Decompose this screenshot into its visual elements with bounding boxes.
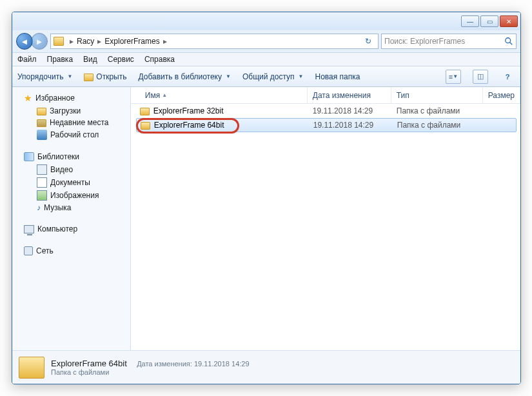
sidebar-item-documents[interactable]: Документы — [12, 176, 130, 189]
recent-icon — [37, 119, 46, 127]
add-to-library-button[interactable]: Добавить в библиотеку▼ — [138, 72, 230, 81]
breadcrumb-segment[interactable]: Racy — [77, 37, 94, 46]
menu-file[interactable]: Файл — [17, 55, 37, 64]
document-icon — [37, 177, 47, 188]
chevron-down-icon: ▼ — [299, 74, 304, 79]
view-options-button[interactable]: ≡ ▼ — [446, 70, 461, 84]
file-row[interactable]: ExplorerFrame 32bit19.11.2018 14:29Папка… — [131, 104, 520, 118]
new-folder-button[interactable]: Новая папка — [315, 72, 360, 81]
chevron-right-icon: ▸ — [68, 37, 75, 46]
favorites-header[interactable]: ★Избранное — [12, 91, 130, 105]
libraries-header[interactable]: Библиотеки — [12, 150, 130, 163]
file-list-pane: Имя ▲ Дата изменения Тип Размер Explorer… — [131, 87, 520, 350]
share-button[interactable]: Общий доступ▼ — [242, 72, 304, 81]
details-type: Папка с файлами — [51, 368, 250, 376]
minimize-button[interactable]: ― — [461, 15, 479, 27]
search-placeholder: Поиск: ExplorerFrames — [384, 37, 502, 46]
file-name: ExplorerFrame 32bit — [153, 106, 224, 115]
computer-icon — [24, 225, 34, 233]
sidebar-item-desktop[interactable]: Рабочий стол — [12, 128, 130, 141]
open-button[interactable]: Открыть — [84, 72, 126, 81]
chevron-down-icon: ▼ — [226, 74, 231, 79]
music-icon: ♪ — [37, 203, 41, 212]
folder-icon — [140, 108, 150, 115]
details-name: ExplorerFrame 64bit — [51, 359, 127, 368]
search-icon — [504, 37, 513, 46]
sort-asc-icon: ▲ — [162, 92, 167, 98]
preview-pane-button[interactable]: ◫ — [473, 70, 488, 84]
folder-icon — [54, 37, 64, 46]
menu-view[interactable]: Вид — [83, 55, 97, 64]
file-name: ExplorerFrame 64bit — [154, 121, 224, 130]
svg-point-0 — [506, 38, 511, 43]
refresh-button[interactable]: ↻ — [361, 37, 375, 46]
file-date: 19.11.2018 14:29 — [308, 121, 392, 130]
breadcrumb-segment[interactable]: ExplorerFrames — [104, 37, 159, 46]
sidebar-item-video[interactable]: Видео — [12, 163, 130, 176]
title-bar[interactable]: ― ▭ ✕ — [12, 12, 520, 30]
menu-edit[interactable]: Правка — [47, 55, 74, 64]
col-date[interactable]: Дата изменения — [308, 87, 391, 103]
network-header[interactable]: Сеть — [12, 244, 130, 257]
menu-bar: Файл Правка Вид Сервис Справка — [12, 52, 520, 66]
sidebar: ★Избранное Загрузки Недавние места Рабоч… — [12, 87, 131, 350]
nav-row: ◄ ► ▸ Racy ▸ ExplorerFrames ▸ ↻ Поиск: E… — [12, 30, 520, 52]
sidebar-item-music[interactable]: ♪Музыка — [12, 202, 130, 213]
menu-tools[interactable]: Сервис — [108, 55, 134, 64]
svg-line-1 — [510, 43, 513, 45]
chevron-down-icon: ▼ — [67, 74, 72, 79]
details-date: 19.11.2018 14:29 — [194, 360, 250, 368]
search-box[interactable]: Поиск: ExplorerFrames — [381, 34, 517, 49]
file-date: 19.11.2018 14:29 — [308, 106, 391, 115]
column-headers: Имя ▲ Дата изменения Тип Размер — [131, 87, 520, 104]
maximize-button[interactable]: ▭ — [480, 15, 498, 27]
chevron-right-icon: ▸ — [161, 37, 169, 46]
col-type[interactable]: Тип — [391, 87, 483, 103]
network-icon — [24, 246, 33, 255]
close-button[interactable]: ✕ — [500, 15, 518, 27]
picture-icon — [37, 190, 47, 201]
menu-help[interactable]: Справка — [144, 55, 175, 64]
file-row[interactable]: ExplorerFrame 64bit19.11.2018 14:29Папка… — [136, 118, 517, 132]
folder-icon — [19, 357, 44, 379]
col-size[interactable]: Размер — [483, 87, 520, 103]
folder-open-icon — [84, 74, 94, 81]
organize-button[interactable]: Упорядочить▼ — [17, 72, 72, 81]
details-date-label: Дата изменения: — [137, 360, 192, 368]
explorer-window: ― ▭ ✕ ◄ ► ▸ Racy ▸ ExplorerFrames ▸ ↻ По… — [12, 12, 521, 384]
file-type: Папка с файлами — [392, 121, 484, 130]
chevron-right-icon: ▸ — [95, 37, 103, 46]
sidebar-item-pictures[interactable]: Изображения — [12, 189, 130, 202]
computer-header[interactable]: Компьютер — [12, 223, 130, 235]
details-pane: ExplorerFrame 64bit Дата изменения: 19.1… — [12, 350, 520, 384]
folder-icon — [141, 122, 150, 130]
video-icon — [37, 164, 47, 175]
toolbar: Упорядочить▼ Открыть Добавить в библиоте… — [12, 66, 520, 87]
file-type: Папка с файлами — [391, 106, 483, 115]
address-bar[interactable]: ▸ Racy ▸ ExplorerFrames ▸ ↻ — [50, 34, 379, 49]
col-name[interactable]: Имя ▲ — [140, 87, 308, 103]
star-icon: ★ — [24, 93, 32, 103]
desktop-icon — [37, 130, 47, 140]
folder-icon — [37, 108, 46, 115]
sidebar-item-downloads[interactable]: Загрузки — [12, 105, 130, 117]
sidebar-item-recent[interactable]: Недавние места — [12, 117, 130, 128]
forward-button[interactable]: ► — [31, 33, 48, 50]
help-button[interactable]: ? — [500, 70, 515, 84]
library-icon — [24, 152, 34, 161]
